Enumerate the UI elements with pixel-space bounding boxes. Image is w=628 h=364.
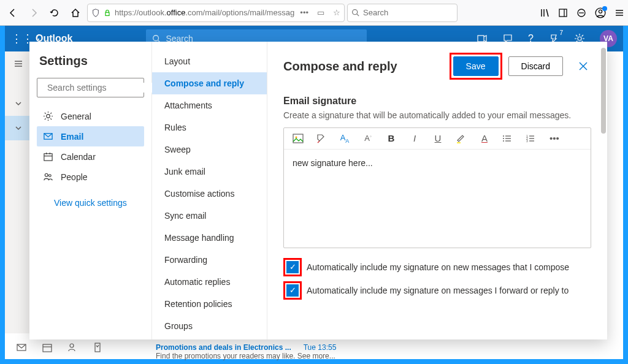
library-icon[interactable] — [540, 8, 550, 18]
view-quick-settings-link[interactable]: View quick settings — [37, 198, 144, 208]
svg-rect-31 — [44, 154, 52, 161]
search-placeholder: Search — [363, 8, 388, 17]
checkbox-include-new[interactable]: ✓ — [286, 261, 299, 273]
scrollbar[interactable] — [601, 48, 606, 281]
subnav-forwarding[interactable]: Forwarding — [152, 249, 267, 271]
subnav-sweep[interactable]: Sweep — [152, 138, 267, 161]
back-button[interactable] — [4, 4, 22, 22]
settings-modal: Settings General Email Calendar People V… — [29, 42, 607, 339]
settings-search-input[interactable] — [47, 83, 155, 93]
subnav-sync-email[interactable]: Sync email — [152, 205, 267, 227]
more-options-icon[interactable]: ••• — [549, 133, 560, 143]
format-painter-icon[interactable] — [316, 134, 327, 143]
svg-rect-6 — [559, 9, 567, 17]
subnav-compose-reply[interactable]: Compose and reply — [152, 72, 267, 94]
browser-search[interactable]: Search — [347, 4, 458, 22]
svg-line-5 — [546, 9, 548, 17]
reader-icon[interactable]: ▭ — [317, 8, 324, 17]
category-label: Calendar — [61, 152, 96, 162]
svg-line-2 — [357, 14, 359, 16]
svg-rect-26 — [95, 343, 100, 352]
sync-icon[interactable] — [576, 8, 586, 18]
menu-icon[interactable] — [615, 8, 624, 18]
mail-icon[interactable] — [16, 342, 27, 353]
save-highlight: Save — [450, 53, 502, 80]
underline-button[interactable]: U — [432, 133, 443, 143]
subnav-groups[interactable]: Groups — [152, 315, 267, 337]
chevron-down-icon[interactable] — [5, 91, 31, 116]
svg-rect-0 — [105, 12, 109, 15]
subnav-customise-actions[interactable]: Customise actions — [152, 183, 267, 205]
checkbox-highlight: ✓ — [283, 281, 302, 300]
forward-button[interactable] — [25, 4, 43, 22]
svg-point-18 — [578, 37, 581, 40]
section-title: Email signature — [283, 96, 591, 107]
italic-button[interactable]: I — [409, 133, 420, 143]
people-icon[interactable] — [67, 342, 78, 353]
subnav-automatic-replies[interactable]: Automatic replies — [152, 271, 267, 293]
svg-point-25 — [70, 344, 74, 347]
people-icon — [43, 172, 53, 182]
browser-toolbar: https://outlook.office.com/mail/options/… — [0, 0, 628, 26]
checkbox-label: Automatically include my signature on me… — [307, 286, 569, 295]
address-bar[interactable]: https://outlook.office.com/mail/options/… — [87, 4, 345, 22]
mail-icon — [43, 131, 53, 142]
subnav-layout[interactable]: Layout — [152, 50, 267, 72]
number-list-icon[interactable]: 123 — [526, 134, 537, 143]
lock-icon — [104, 9, 111, 17]
svg-rect-23 — [43, 344, 52, 352]
svg-point-45 — [503, 135, 504, 137]
save-button[interactable]: Save — [453, 56, 499, 76]
settings-content: Compose and reply Save Discard Email sig… — [267, 42, 607, 339]
svg-point-40 — [296, 136, 297, 138]
close-button[interactable] — [575, 58, 591, 74]
svg-point-47 — [503, 140, 504, 142]
calendar-icon[interactable] — [42, 342, 53, 353]
discard-button[interactable]: Discard — [508, 56, 563, 76]
todo-icon[interactable] — [93, 342, 104, 353]
insert-image-icon[interactable] — [293, 134, 304, 143]
bookmark-star-icon[interactable]: ☆ — [333, 8, 340, 17]
bold-button[interactable]: B — [386, 133, 397, 143]
subnav-junk-email[interactable]: Junk email — [152, 161, 267, 183]
editor-toolbar: AA A◦ B I U A 123 ••• — [284, 128, 591, 150]
svg-point-36 — [48, 175, 51, 177]
category-email[interactable]: Email — [37, 126, 144, 146]
settings-subnav: Layout Compose and reply Attachments Rul… — [152, 42, 267, 339]
content-header: Compose and reply Save Discard — [283, 53, 591, 80]
reload-button[interactable] — [45, 4, 64, 22]
svg-point-11 — [599, 10, 602, 13]
profile-icon[interactable] — [595, 7, 606, 18]
hamburger-icon[interactable] — [5, 51, 31, 76]
svg-point-15 — [153, 36, 159, 41]
category-label: Email — [61, 132, 83, 142]
font-icon[interactable]: A◦ — [362, 134, 373, 143]
settings-search[interactable] — [37, 78, 144, 97]
category-calendar[interactable]: Calendar — [37, 146, 144, 167]
subnav-attachments[interactable]: Attachments — [152, 94, 267, 116]
checkbox-include-reply[interactable]: ✓ — [286, 284, 299, 297]
bullet-list-icon[interactable] — [502, 134, 513, 143]
url-text: https://outlook.office.com/mail/options/… — [115, 8, 294, 17]
signature-editor: AA A◦ B I U A 123 ••• new signature here… — [283, 127, 591, 248]
svg-point-1 — [353, 10, 358, 15]
chevron-down-icon[interactable] — [5, 116, 31, 140]
font-size-icon[interactable]: AA — [339, 133, 350, 144]
subnav-rules[interactable]: Rules — [152, 116, 267, 138]
subnav-message-handling[interactable]: Message handling — [152, 227, 267, 249]
checkbox-label: Automatically include my signature on ne… — [307, 262, 569, 272]
checkbox-highlight: ✓ — [283, 258, 302, 276]
sidebar-icon[interactable] — [558, 8, 568, 18]
subnav-retention-policies[interactable]: Retention policies — [152, 293, 267, 315]
checkbox-row-new-messages: ✓ Automatically include my signature on … — [283, 258, 591, 276]
home-button[interactable] — [66, 4, 85, 22]
category-general[interactable]: General — [37, 106, 144, 126]
highlight-icon[interactable] — [456, 134, 467, 143]
gear-icon — [43, 111, 53, 121]
more-icon[interactable]: ••• — [300, 8, 308, 17]
font-color-icon[interactable]: A — [479, 133, 490, 143]
signature-textarea[interactable]: new signature here... — [284, 150, 591, 248]
category-people[interactable]: People — [37, 167, 144, 187]
shield-icon — [91, 9, 100, 17]
svg-text:3: 3 — [526, 139, 528, 143]
